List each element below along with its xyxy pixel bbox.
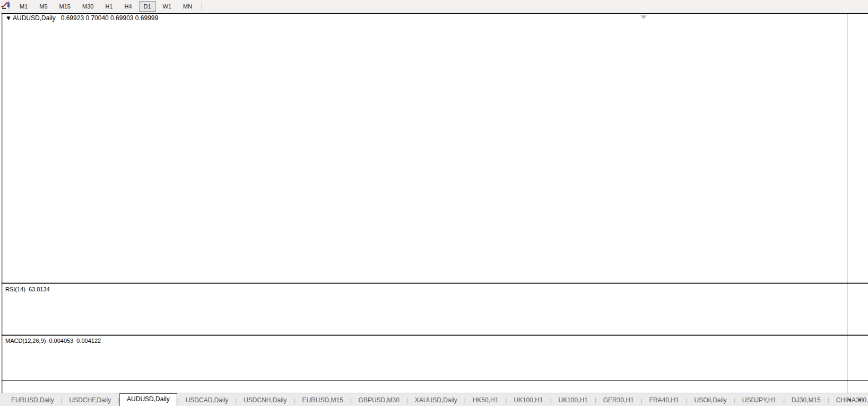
chart-tool-icon[interactable]	[1, 0, 13, 10]
rsi-value: 63.8134	[29, 286, 50, 292]
timeframe-button-m1[interactable]: M1	[15, 1, 32, 12]
tab-dj30-m15[interactable]: DJ30,M15	[785, 395, 828, 406]
timeframe-button-d1[interactable]: D1	[139, 1, 156, 12]
macd-label: MACD(12,26,9)0.0040530.004122	[5, 338, 101, 344]
tab-usdchf-daily[interactable]: USDCHF,Daily	[63, 395, 118, 406]
mt4-window: ▾ M1M5M15M30H1H4D1W1MN 10070300 0.015740…	[0, 0, 868, 406]
tab-usdcad-daily[interactable]: USDCAD,Daily	[179, 395, 236, 406]
macd-main-value: 0.004053	[49, 338, 73, 344]
tab-xauusd-daily[interactable]: XAUUSD,Daily	[408, 395, 464, 406]
macd-name: MACD(12,26,9)	[5, 338, 46, 344]
tab-eurusd-daily[interactable]: EURUSD,Daily	[4, 395, 61, 406]
chart-tabs: EURUSD,Daily|USDCHF,Daily|AUDUSD,Daily|U…	[0, 393, 868, 406]
tab-usdcnh-daily[interactable]: USDCNH,Daily	[237, 395, 293, 406]
tab-scroll-right-icon[interactable]: ►	[858, 397, 863, 402]
tab-ger30-h1[interactable]: GER30,H1	[596, 395, 641, 406]
chart-area[interactable]: 10070300 0.015740.00-0.02441 0.711900.70…	[0, 0, 868, 406]
rsi-name: RSI(14)	[5, 286, 25, 292]
timeframe-button-m30[interactable]: M30	[77, 1, 98, 12]
timeframe-buttons: M1M5M15M30H1H4D1W1MN	[14, 1, 198, 12]
tab-uk100-h1[interactable]: UK100,H1	[507, 395, 550, 406]
chart-title-symbol: AUDUSD,Daily	[13, 14, 56, 22]
pane-borders	[0, 13, 868, 393]
collapse-caret-icon[interactable]: ▼	[5, 14, 12, 22]
tab-scroll-left-icon[interactable]: ◄	[847, 397, 852, 402]
macd-signal-value: 0.004122	[76, 338, 101, 344]
timeframe-button-h1[interactable]: H1	[100, 1, 117, 12]
tab-list: EURUSD,Daily|USDCHF,Daily|AUDUSD,Daily|U…	[4, 393, 868, 406]
chart-title-ohlc: 0.69923 0.70040 0.69903 0.69999	[61, 14, 159, 22]
toolbar-separator	[201, 2, 202, 11]
tab-eurusd-m15[interactable]: EURUSD,M15	[295, 395, 350, 406]
tab-scroll-arrows: ◄ ►	[847, 397, 863, 402]
timeframe-button-m5[interactable]: M5	[34, 1, 52, 12]
tab-audusd-daily[interactable]: AUDUSD,Daily	[119, 393, 177, 406]
tab-gbpusd-m30[interactable]: GBPUSD,M30	[352, 395, 406, 406]
tab-usoil-daily[interactable]: USOil,Daily	[688, 395, 734, 406]
timeframe-toolbar: ▾ M1M5M15M30H1H4D1W1MN	[0, 0, 868, 13]
tab-fra40-h1[interactable]: FRA40,H1	[643, 395, 686, 406]
timeframe-button-h4[interactable]: H4	[119, 1, 136, 12]
timeframe-button-m15[interactable]: M15	[55, 1, 75, 12]
tab-hk50-h1[interactable]: HK50,H1	[466, 395, 506, 406]
chart-title: AUDUSD,Daily0.69923 0.70040 0.69903 0.69…	[13, 14, 159, 22]
tab-uk100-h1[interactable]: UK100,H1	[552, 395, 595, 406]
timeframe-button-mn[interactable]: MN	[178, 1, 197, 12]
tab-usdjpy-h1[interactable]: USDJPY,H1	[735, 395, 783, 406]
timeframe-button-w1[interactable]: W1	[158, 1, 177, 12]
